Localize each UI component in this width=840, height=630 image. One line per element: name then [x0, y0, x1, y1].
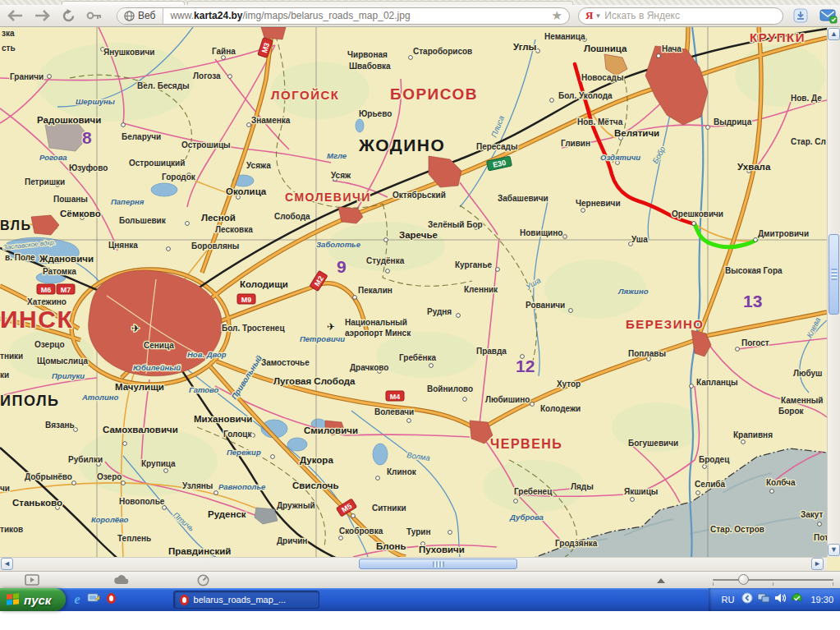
messenger-icon[interactable] — [791, 592, 803, 607]
zoom-slider-handle[interactable] — [738, 574, 749, 585]
svg-text:Пересады: Пересады — [476, 142, 517, 151]
back-button[interactable] — [5, 7, 26, 25]
svg-text:Колбча: Колбча — [766, 478, 796, 487]
vertical-scrollbar[interactable]: ▲ ▼ — [827, 27, 840, 557]
svg-text:М9: М9 — [241, 296, 252, 304]
svg-text:Новосады: Новосады — [581, 73, 623, 82]
address-bar[interactable]: Веб www.karta24.by/img/maps/belarus_road… — [117, 7, 570, 25]
mail-icon — [819, 7, 838, 24]
svg-text:Ситники: Ситники — [372, 504, 406, 513]
svg-text:зка: зка — [2, 29, 15, 38]
svg-text:Михановичи: Михановичи — [194, 414, 252, 424]
svg-text:Боровляны: Боровляны — [191, 241, 239, 251]
svg-text:Нов. Мётча: Нов. Мётча — [577, 117, 623, 126]
svg-text:Неманица: Неманица — [544, 32, 585, 41]
back-arrow-icon — [7, 10, 24, 21]
svg-text:Беларучи: Беларучи — [122, 132, 161, 141]
svg-text:Гайна: Гайна — [212, 47, 236, 56]
mail-button[interactable] — [818, 7, 839, 25]
zoom-menu-button[interactable] — [657, 578, 665, 583]
svg-text:Вязань: Вязань — [45, 421, 75, 430]
taskbar-window-button[interactable]: belarus_roads_map_... — [173, 591, 319, 609]
svg-text:Рудня: Рудня — [427, 307, 452, 316]
search-engine-dropdown-icon[interactable]: ▼ — [593, 12, 604, 20]
svg-text:13: 13 — [743, 292, 762, 310]
scroll-up-button[interactable]: ▲ — [828, 28, 840, 40]
forward-button[interactable] — [31, 7, 53, 25]
svg-text:Янушковичи: Янушковичи — [103, 48, 154, 57]
svg-text:Гродзянка: Гродзянка — [555, 539, 598, 548]
svg-text:СМОЛЕВИЧИ: СМОЛЕВИЧИ — [285, 191, 371, 204]
key-icon-button[interactable] — [84, 7, 105, 25]
search-input[interactable] — [604, 10, 783, 21]
yandex-search-bar[interactable]: Я ▼ — [578, 7, 783, 25]
svg-text:БЕРЕЗИНО: БЕРЕЗИНО — [626, 317, 704, 331]
language-indicator[interactable]: RU — [718, 594, 738, 605]
volume-icon[interactable] — [774, 592, 787, 607]
svg-text:Замосточье: Замосточье — [261, 358, 310, 367]
svg-text:Теплень: Теплень — [117, 534, 151, 543]
svg-text:Погост: Погост — [741, 338, 769, 347]
svg-text:Курганье: Курганье — [455, 260, 493, 269]
svg-text:БОРИСОВ: БОРИСОВ — [390, 85, 478, 103]
bookmark-star-icon[interactable]: ★ — [545, 8, 569, 23]
svg-text:Якшицы: Якшицы — [624, 487, 658, 496]
zoom-tick — [833, 582, 833, 586]
tray-collapse-button[interactable] — [741, 592, 753, 607]
svg-text:Рубилки: Рубилки — [68, 455, 103, 464]
svg-text:Смиловичи: Смиловичи — [304, 425, 358, 435]
globe-icon — [124, 11, 135, 21]
svg-text:Бродец: Бродец — [699, 455, 730, 464]
taskbar: пуск e belarus_roads_map_... RU — [0, 588, 840, 611]
svg-text:Озеро: Озеро — [97, 472, 122, 481]
svg-text:Усяж: Усяж — [331, 171, 351, 180]
sync-button[interactable] — [113, 574, 130, 589]
svg-text:Кленник: Кленник — [464, 285, 498, 294]
svg-text:Шершуны: Шершуны — [76, 97, 115, 106]
web-mode-button[interactable]: Веб — [117, 8, 163, 24]
svg-text:Богушевичи: Богушевичи — [628, 439, 678, 448]
show-desktop-icon[interactable] — [87, 592, 100, 607]
panels-toggle-button[interactable] — [25, 574, 39, 589]
svg-text:Новищино: Новищино — [520, 228, 562, 237]
network-icon[interactable] — [757, 592, 770, 607]
svg-text:Бол. Тростенец: Бол. Тростенец — [222, 324, 285, 333]
svg-text:Рогова: Рогова — [39, 153, 67, 162]
download-panel-button[interactable] — [790, 7, 811, 25]
opera-quicklaunch-icon[interactable] — [107, 592, 116, 607]
reload-button[interactable] — [57, 7, 79, 25]
svg-text:сть: сть — [2, 44, 16, 53]
start-button-label: пуск — [24, 593, 51, 607]
scroll-down-button[interactable]: ▼ — [828, 544, 840, 556]
start-button[interactable]: пуск — [0, 588, 66, 611]
internet-explorer-icon[interactable]: e — [74, 594, 80, 605]
vertical-scroll-thumb[interactable] — [829, 234, 839, 315]
scroll-left-button[interactable]: ◄ — [1, 558, 13, 570]
quick-launch: e — [66, 592, 123, 607]
opera-window-icon — [180, 595, 189, 605]
svg-text:Пуховичи: Пуховичи — [419, 545, 465, 554]
svg-text:Узляны: Узляны — [182, 481, 213, 490]
svg-text:Нов. Двор: Нов. Двор — [187, 350, 227, 359]
url-text[interactable]: www.karta24.by/img/maps/belarus_roads_ma… — [163, 10, 544, 21]
taskbar-window-title: belarus_roads_map_... — [194, 595, 287, 605]
svg-text:Острошицы: Острошицы — [181, 140, 231, 149]
scroll-right-button[interactable]: ► — [811, 558, 824, 570]
zoom-slider-track[interactable] — [713, 579, 833, 581]
svg-text:Черневичи: Черневичи — [576, 199, 621, 208]
svg-text:Студёнка: Студёнка — [366, 256, 405, 265]
svg-text:Турин: Турин — [406, 527, 430, 536]
horizontal-scroll-thumb[interactable] — [359, 559, 517, 569]
horizontal-scrollbar[interactable]: ◄ ► — [0, 557, 827, 571]
svg-text:Колодищи: Колодищи — [240, 279, 288, 289]
svg-text:Уша: Уша — [631, 235, 648, 244]
svg-text:Пошаны: Пошаны — [53, 195, 88, 204]
yandex-icon[interactable]: Я — [579, 9, 593, 22]
svg-text:Логоза: Логоза — [193, 71, 221, 80]
svg-text:Дуброва: Дуброва — [509, 513, 544, 522]
svg-text:Вел. Бесяды: Вел. Бесяды — [137, 81, 190, 90]
svg-text:12: 12 — [516, 356, 535, 375]
svg-text:ЛОГОЙСК: ЛОГОЙСК — [271, 88, 339, 102]
svg-text:Атолино: Атолино — [81, 393, 118, 402]
svg-text:Селиба: Селиба — [695, 480, 725, 489]
